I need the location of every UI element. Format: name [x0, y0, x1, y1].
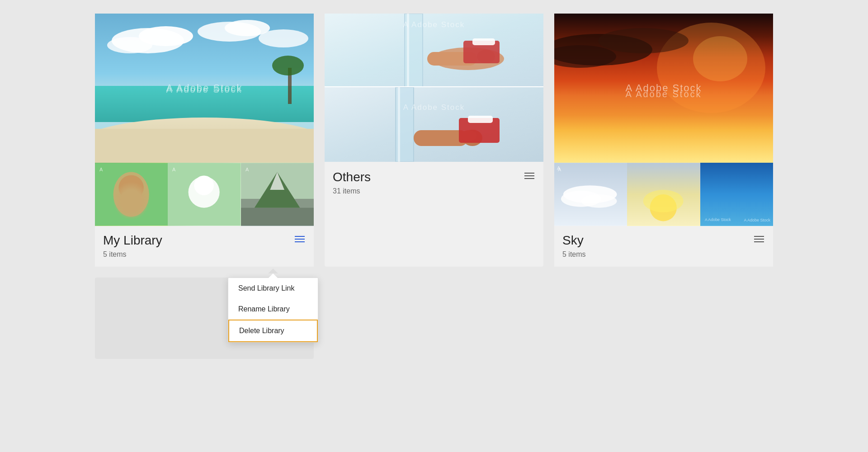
- sky-thumb-clouds: A: [554, 163, 627, 226]
- sky-name: Sky: [562, 233, 765, 248]
- sky-thumb-blue: A Adobe Stock: [700, 163, 773, 226]
- svg-rect-8: [95, 86, 314, 122]
- my-library-menu-button[interactable]: [293, 234, 307, 244]
- svg-rect-26: [241, 208, 314, 226]
- others-menu-bar-3: [524, 178, 534, 179]
- libraries-grid: A Adobe Stock A: [95, 14, 773, 267]
- others-menu-bar-2: [524, 175, 534, 176]
- svg-rect-10: [95, 129, 314, 163]
- svg-point-51: [598, 28, 689, 53]
- sky-images: A Adobe Stock: [554, 14, 773, 226]
- others-footer: Others 31 items: [325, 163, 543, 203]
- sky-footer: Sky 5 items: [554, 226, 773, 267]
- library-card-sky[interactable]: A Adobe Stock: [554, 14, 773, 267]
- others-name: Others: [333, 170, 535, 184]
- sky-menu-bar-3: [754, 241, 764, 242]
- my-library-thumbnails: A A: [95, 163, 314, 226]
- svg-point-60: [643, 190, 684, 212]
- others-bottom-image: A Adobe Stock: [325, 87, 543, 162]
- svg-point-7: [259, 29, 308, 47]
- svg-text:A: A: [172, 167, 176, 172]
- thumbnail-white-dog: A: [168, 163, 241, 226]
- svg-text:A  Adobe Stock: A Adobe Stock: [166, 85, 242, 94]
- send-library-link-button[interactable]: Send Library Link: [228, 278, 318, 299]
- sky-menu-bar-2: [754, 239, 764, 240]
- my-library-images: A Adobe Stock A: [95, 14, 314, 226]
- svg-rect-44: [468, 116, 493, 123]
- svg-point-20: [194, 175, 214, 195]
- svg-text:A: A: [558, 167, 561, 172]
- svg-text:A  Adobe Stock: A Adobe Stock: [403, 103, 465, 112]
- others-count: 31 items: [333, 187, 535, 195]
- my-library-count: 5 items: [103, 250, 306, 259]
- sky-menu-bar-1: [754, 236, 764, 237]
- thumbnail-dog: A: [95, 163, 168, 226]
- library-card-my-library[interactable]: A Adobe Stock A: [95, 14, 314, 267]
- rename-library-button[interactable]: Rename Library: [228, 299, 318, 320]
- others-menu-button[interactable]: [523, 171, 536, 181]
- my-library-name: My Library: [103, 233, 306, 248]
- svg-point-4: [107, 37, 152, 53]
- menu-bar-1: [295, 236, 305, 237]
- menu-bar-3: [295, 241, 305, 242]
- my-library-footer: My Library 5 items: [95, 226, 314, 267]
- svg-text:A: A: [99, 167, 103, 172]
- others-images: A Adobe Stock: [325, 14, 543, 163]
- svg-rect-39: [398, 87, 400, 162]
- bottom-row: [95, 278, 773, 359]
- svg-text:A  Adobe Stock: A Adobe Stock: [625, 89, 702, 99]
- sky-count: 5 items: [562, 250, 765, 259]
- others-top-image: A Adobe Stock: [325, 14, 543, 87]
- page-container: A Adobe Stock A: [0, 0, 868, 452]
- svg-point-48: [693, 36, 747, 81]
- my-library-main-image: A Adobe Stock: [95, 14, 314, 163]
- context-menu: Send Library Link Rename Library Delete …: [228, 278, 318, 343]
- library-card-others[interactable]: A Adobe Stock: [325, 14, 543, 267]
- thumbnail-mountain: A: [241, 163, 314, 226]
- context-menu-arrow: [269, 273, 278, 278]
- svg-text:A: A: [245, 167, 249, 172]
- svg-rect-61: [700, 163, 773, 226]
- svg-point-12: [272, 56, 304, 75]
- menu-bar-2: [295, 239, 305, 240]
- delete-library-button[interactable]: Delete Library: [228, 320, 318, 342]
- others-menu-bar-1: [524, 173, 534, 174]
- sky-menu-button[interactable]: [752, 234, 766, 244]
- svg-text:A  Adobe Stock: A Adobe Stock: [403, 20, 465, 29]
- sky-thumb-sun: [627, 163, 700, 226]
- svg-point-56: [581, 194, 617, 208]
- svg-rect-35: [472, 38, 495, 45]
- svg-rect-37: [325, 87, 543, 162]
- sky-thumbnails: A: [554, 163, 773, 226]
- svg-text:A  Adobe Stock: A Adobe Stock: [705, 217, 731, 222]
- sky-main-image: A Adobe Stock: [554, 14, 773, 163]
- svg-point-16: [118, 175, 143, 200]
